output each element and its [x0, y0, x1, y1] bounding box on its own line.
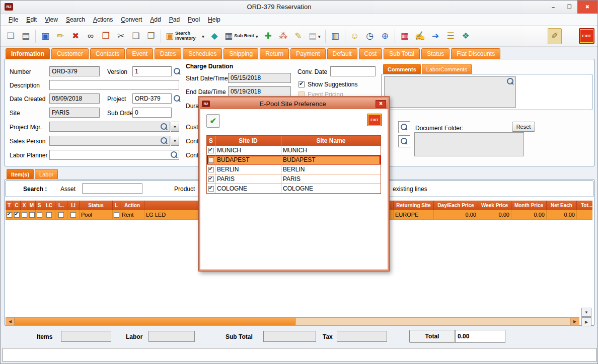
start-date-field[interactable]: 05/15/2018 [228, 73, 291, 83]
items-cell-17[interactable] [577, 210, 592, 220]
project-search-icon[interactable] [174, 95, 181, 102]
print-preview-icon[interactable]: ▤ [307, 28, 323, 44]
conv-date-field[interactable] [330, 66, 376, 76]
tab-event[interactable]: Event [126, 48, 153, 59]
new-document-icon[interactable]: ❏ [4, 28, 18, 44]
project-mgr-dropdown[interactable] [171, 122, 179, 132]
dropdown-arrow-icon[interactable] [256, 33, 258, 40]
site-checkbox[interactable] [208, 157, 214, 163]
col-selected[interactable]: S [207, 136, 215, 146]
site-row-munich[interactable]: MUNICHMUNICH [207, 146, 381, 155]
folder-search-button-2[interactable] [398, 135, 410, 147]
tab-contacts[interactable]: Contacts [90, 48, 125, 59]
maximize-button[interactable] [561, 1, 577, 14]
site-field[interactable]: PARIS [49, 108, 100, 118]
tab-labor-comments[interactable]: LaborComments [422, 64, 472, 74]
site-id-cell[interactable]: MUNICH [215, 146, 281, 155]
date-created-field[interactable]: 05/09/2018 [49, 94, 100, 104]
show-suggestions-checkbox[interactable] [298, 81, 305, 87]
clock-icon[interactable]: ◷ [363, 28, 377, 44]
site-name-cell[interactable]: BUDAPEST [281, 155, 381, 165]
summary-items-field[interactable] [61, 331, 111, 342]
row-checkbox[interactable] [22, 212, 27, 218]
items-cell-15[interactable]: 0.00 [511, 210, 547, 220]
items-col-12[interactable]: Returning Site [394, 201, 434, 210]
items-col-8[interactable]: Status [80, 201, 113, 210]
items-cell-1[interactable] [13, 210, 21, 220]
site-name-cell[interactable]: COLOGNE [281, 184, 381, 194]
site-row-paris[interactable]: PARISPARIS [207, 174, 381, 184]
export-document-icon[interactable]: ❐ [99, 28, 113, 44]
row-checkbox[interactable] [114, 212, 119, 218]
binoculars-icon[interactable]: ∞ [84, 28, 98, 44]
items-cell-2[interactable] [21, 210, 28, 220]
scrollbar-thumb[interactable] [15, 318, 295, 325]
version-field[interactable]: 1 [132, 66, 172, 76]
items-col-5[interactable]: I.C [43, 201, 55, 210]
site-checkbox[interactable] [208, 186, 214, 192]
site-name-cell[interactable]: MUNICH [281, 146, 381, 155]
paste-icon[interactable]: ❒ [144, 28, 158, 44]
site-checkbox[interactable] [208, 176, 214, 182]
menu-add[interactable]: Add [146, 15, 165, 25]
scroll-right-icon[interactable]: ▶ [570, 318, 579, 325]
save-icon[interactable]: ▣ [38, 28, 52, 44]
menu-view[interactable]: View [41, 15, 62, 25]
items-col-4[interactable]: S [36, 201, 43, 210]
tab-schedules[interactable]: Schedules [183, 48, 222, 59]
items-cell-5[interactable] [43, 210, 55, 220]
dialog-exit-button[interactable]: EXIT [367, 114, 382, 126]
items-col-16[interactable]: Net Each [547, 201, 577, 210]
menu-help[interactable]: Help [204, 15, 225, 25]
items-cell-7[interactable] [67, 210, 80, 220]
invoice-icon[interactable]: ☰ [443, 28, 458, 44]
items-cell-6[interactable] [55, 210, 67, 220]
menu-edit[interactable]: Edit [22, 15, 41, 25]
minimize-button[interactable] [545, 1, 561, 14]
menu-actions[interactable]: Actions [89, 15, 117, 25]
project-mgr-field[interactable] [49, 122, 170, 132]
items-col-15[interactable]: Month Price [511, 201, 547, 210]
tab-default[interactable]: Default [327, 48, 357, 59]
folder-search-button[interactable] [398, 121, 410, 133]
tab-payment[interactable]: Payment [290, 48, 325, 59]
row-checkbox[interactable] [7, 212, 12, 218]
site-checkbox[interactable] [208, 148, 214, 153]
wand-icon[interactable]: ✐ [548, 28, 562, 44]
row-checkbox[interactable] [29, 212, 35, 218]
sub-orders-field[interactable]: 0 [132, 108, 172, 118]
items-col-7[interactable]: I.I [67, 201, 80, 210]
comments-search-icon[interactable] [507, 78, 514, 85]
tab-cost[interactable]: Cost [359, 48, 383, 59]
site-checkbox[interactable] [208, 167, 214, 172]
items-col-13[interactable]: Day/Each Price [434, 201, 478, 210]
comments-textarea[interactable] [384, 76, 516, 108]
tab-customer[interactable]: Customer [51, 48, 89, 59]
package-icon[interactable]: ❖ [459, 28, 473, 44]
items-col-10[interactable]: Action [120, 201, 144, 210]
close-button[interactable] [577, 1, 597, 14]
project-mgr-search-icon[interactable] [161, 123, 168, 130]
menu-pool[interactable]: Pool [184, 15, 204, 25]
site-row-berlin[interactable]: BERLINBERLIN [207, 165, 381, 174]
dropdown-arrow-icon[interactable] [202, 33, 204, 40]
site-id-cell[interactable]: PARIS [215, 174, 281, 184]
row-checkbox[interactable] [37, 212, 42, 218]
horizontal-scrollbar[interactable]: ◀ ▶ [6, 317, 579, 326]
items-cell-4[interactable] [36, 210, 43, 220]
items-cell-13[interactable]: 0.00 [434, 210, 478, 220]
row-checkbox[interactable] [46, 212, 52, 218]
menu-file[interactable]: File [5, 15, 22, 25]
site-id-cell[interactable]: BUDAPEST [215, 155, 281, 165]
geometry-shapes-icon[interactable]: ◆ [207, 28, 221, 44]
reset-button[interactable]: Reset [512, 122, 535, 132]
menu-search[interactable]: Search [62, 15, 89, 25]
edit-note-icon[interactable]: ✎ [291, 28, 306, 44]
copy-icon[interactable]: ❑ [129, 28, 143, 44]
asset-input[interactable] [82, 184, 142, 194]
site-id-cell[interactable]: COLOGNE [215, 184, 281, 194]
items-cell-16[interactable]: 0.00 [547, 210, 577, 220]
col-site-name[interactable]: Site Name [281, 136, 381, 146]
sub-rent-button[interactable]: ▦Sub Rent [222, 28, 260, 44]
labor-planner-search-icon[interactable] [171, 151, 178, 158]
